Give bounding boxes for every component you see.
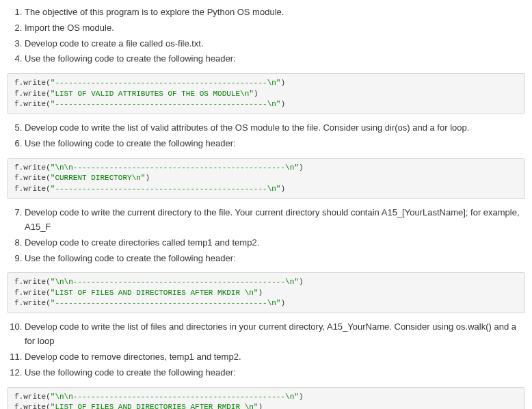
code-text: f.write(: [14, 90, 51, 98]
code-string: "LIST OF FILES AND DIRECTORIES AFTER RMD…: [51, 403, 258, 409]
code-text: ): [258, 289, 263, 297]
code-text: f.write(: [14, 299, 51, 307]
step-2: Import the OS module.: [25, 21, 525, 36]
code-string: "---------------------------------------…: [51, 299, 281, 307]
code-text: ): [280, 185, 285, 193]
code-string: "CURRENT DIRECTORY\n": [51, 174, 146, 182]
code-text: ): [280, 100, 285, 108]
step-12: Use the following code to create the fol…: [25, 366, 525, 380]
code-text: f.write(: [14, 289, 51, 297]
code-text: ): [254, 90, 258, 98]
code-string: "\n\n-----------------------------------…: [51, 393, 299, 401]
step-3: Develop code to create a file called os-…: [25, 37, 525, 51]
step-11: Develop code to remove directories, temp…: [25, 350, 525, 365]
instructions-list: Develop code to write the list of files …: [7, 320, 525, 380]
step-1: The objective of this program is to expl…: [25, 5, 525, 20]
code-string: "---------------------------------------…: [51, 79, 281, 87]
code-text: ): [299, 278, 304, 286]
code-block-2: f.write("\n\n---------------------------…: [7, 158, 525, 199]
step-4: Use the following code to create the fol…: [25, 52, 525, 66]
code-text: f.write(: [14, 185, 51, 193]
code-text: f.write(: [14, 100, 51, 108]
step-5: Develop code to write the list of valid …: [25, 121, 525, 135]
code-string: "---------------------------------------…: [51, 185, 281, 193]
code-text: ): [145, 174, 150, 182]
code-text: ): [299, 393, 304, 401]
code-text: ): [280, 299, 285, 307]
code-text: ): [258, 403, 263, 409]
instructions-list: Develop code to write the current direct…: [7, 206, 525, 265]
instructions-list: Develop code to write the list of valid …: [7, 121, 525, 151]
code-text: ): [280, 79, 285, 87]
code-string: "LIST OF VALID ATTRIBUTES OF THE OS MODU…: [51, 90, 254, 98]
code-string: "LIST OF FILES AND DIRECTORIES AFTER MKD…: [51, 289, 258, 297]
code-text: f.write(: [14, 403, 51, 409]
instructions-list: The objective of this program is to expl…: [7, 5, 525, 66]
code-block-4: f.write("\n\n---------------------------…: [7, 387, 525, 409]
code-block-1: f.write("-------------------------------…: [7, 73, 525, 114]
code-block-3: f.write("\n\n---------------------------…: [7, 272, 525, 313]
code-text: f.write(: [14, 278, 51, 286]
code-text: f.write(: [14, 79, 51, 87]
step-10: Develop code to write the list of files …: [25, 320, 525, 349]
code-text: f.write(: [14, 174, 51, 182]
code-string: "\n\n-----------------------------------…: [51, 278, 299, 286]
code-string: "---------------------------------------…: [51, 100, 281, 108]
code-string: "\n\n-----------------------------------…: [51, 163, 299, 172]
step-7: Develop code to write the current direct…: [25, 206, 525, 235]
code-text: ): [299, 163, 304, 172]
step-8: Develop code to create directories calle…: [25, 236, 525, 250]
step-9: Use the following code to create the fol…: [25, 252, 525, 266]
step-6: Use the following code to create the fol…: [25, 137, 525, 151]
code-text: f.write(: [14, 163, 51, 172]
code-text: f.write(: [14, 393, 51, 401]
